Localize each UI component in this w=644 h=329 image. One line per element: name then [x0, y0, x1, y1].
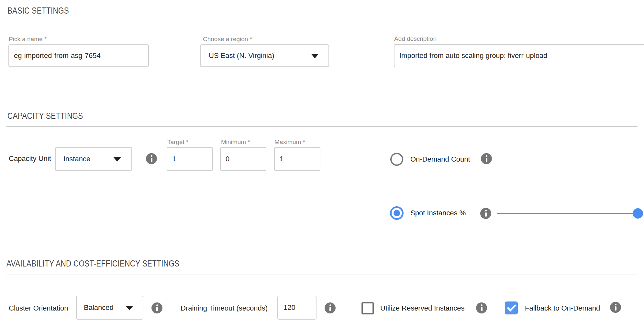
capacity-unit-select-value: Instance [56, 155, 90, 163]
section-divider [6, 275, 638, 275]
cluster-orientation-select-value: Balanced [77, 303, 114, 312]
section-divider [6, 126, 638, 127]
on-demand-count-label[interactable]: On-Demand Count [410, 155, 470, 164]
section-divider [6, 23, 638, 23]
name-field-label: Pick a name * [9, 35, 47, 43]
fallback-on-demand-info-icon[interactable] [610, 302, 621, 313]
capacity-unit-info-icon[interactable] [146, 153, 157, 164]
maximum-input[interactable] [274, 147, 320, 171]
chevron-down-icon [126, 306, 133, 310]
target-input[interactable] [167, 147, 213, 171]
capacity-unit-label: Capacity Unit [9, 154, 51, 163]
utilize-reserved-checkbox[interactable] [361, 302, 374, 314]
spot-instances-radio[interactable] [390, 206, 404, 220]
chevron-down-icon [113, 157, 121, 162]
description-field-label: Add description [394, 35, 437, 43]
spot-instances-info-icon[interactable] [480, 208, 491, 219]
draining-timeout-info-icon[interactable] [325, 302, 336, 313]
capacity-settings-title: CAPACITY SETTINGS [7, 111, 83, 121]
cluster-orientation-label: Cluster Orientation [9, 304, 68, 312]
spot-instances-label[interactable]: Spot Instances % [410, 209, 466, 217]
fallback-on-demand-checkbox[interactable] [505, 301, 518, 314]
cluster-orientation-select[interactable]: Balanced [76, 296, 143, 320]
region-select[interactable]: US East (N. Virginia) [200, 44, 329, 67]
spot-percentage-slider-track[interactable] [497, 213, 638, 214]
capacity-unit-select[interactable]: Instance [55, 147, 132, 171]
on-demand-count-info-icon[interactable] [481, 153, 492, 164]
on-demand-count-radio[interactable] [390, 153, 403, 166]
maximum-field-label: Maximum * [274, 138, 305, 146]
region-field-label: Choose a region * [203, 35, 252, 43]
description-input[interactable] [394, 44, 644, 67]
draining-timeout-input[interactable] [277, 296, 316, 320]
fallback-on-demand-label[interactable]: Fallback to On-Demand [525, 304, 600, 312]
utilize-reserved-info-icon[interactable] [476, 302, 487, 313]
basic-settings-title: BASIC SETTINGS [7, 6, 69, 16]
chevron-down-icon [311, 54, 319, 58]
spot-percentage-slider-thumb[interactable] [633, 208, 643, 219]
cluster-orientation-info-icon[interactable] [151, 302, 162, 313]
region-select-value: US East (N. Virginia) [201, 51, 274, 60]
minimum-field-label: Minimum * [221, 138, 250, 146]
elastigroup-settings-form: BASIC SETTINGS Pick a name * Choose a re… [0, 0, 644, 329]
availability-settings-title: AVAILABILITY AND COST-EFFICIENCY SETTING… [6, 258, 179, 269]
minimum-input[interactable] [220, 147, 266, 171]
utilize-reserved-label[interactable]: Utilize Reserved Instances [380, 304, 464, 312]
target-field-label: Target * [167, 138, 188, 146]
name-input[interactable] [8, 44, 149, 67]
draining-timeout-label: Draining Timeout (seconds) [181, 304, 268, 312]
